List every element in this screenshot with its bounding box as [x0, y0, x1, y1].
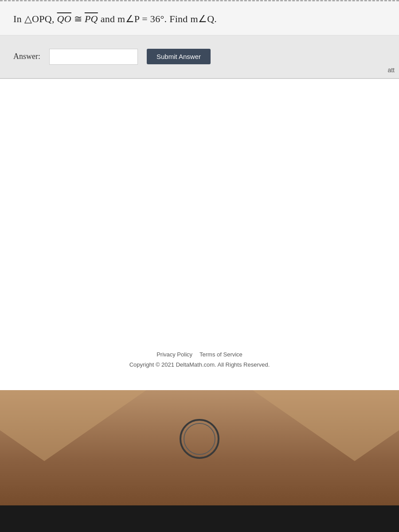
footer-links: Privacy Policy Terms of Service: [129, 351, 270, 358]
device-dark-strip: [0, 505, 399, 532]
dashed-border-top: [0, 0, 399, 3]
question-continuation: and m∠P = 36°. Find m∠Q.: [101, 13, 217, 24]
home-button[interactable]: [180, 419, 219, 459]
attempts-text: att: [387, 66, 395, 74]
answer-section: Answer: Submit Answer att: [0, 35, 399, 79]
congruent-symbol: ≅: [74, 13, 82, 24]
submit-answer-button[interactable]: Submit Answer: [147, 49, 211, 64]
footer-copyright: Copyright © 2021 DeltaMath.com. All Righ…: [129, 361, 270, 368]
home-button-area: [160, 403, 239, 474]
footer: Privacy Policy Terms of Service Copyrigh…: [121, 342, 279, 377]
home-button-inner-ring: [184, 423, 215, 455]
privacy-policy-link[interactable]: Privacy Policy: [156, 351, 192, 358]
main-content-area: Privacy Policy Terms of Service Copyrigh…: [0, 79, 399, 390]
question-text: In △OPQ, QO ≅ PQ and m∠P = 36°. Find m∠Q…: [13, 12, 386, 26]
device-triangle-left: [0, 390, 146, 461]
segment-qo: QO: [57, 13, 71, 24]
segment-pq: PQ: [85, 13, 98, 24]
device-triangle-right: [253, 390, 399, 461]
question-section: In △OPQ, QO ≅ PQ and m∠P = 36°. Find m∠Q…: [0, 0, 399, 35]
terms-of-service-link[interactable]: Terms of Service: [200, 351, 243, 358]
answer-label: Answer:: [13, 52, 40, 61]
answer-input[interactable]: [49, 49, 138, 65]
screen-container: In △OPQ, QO ≅ PQ and m∠P = 36°. Find m∠Q…: [0, 0, 399, 532]
device-bottom: [0, 390, 399, 532]
